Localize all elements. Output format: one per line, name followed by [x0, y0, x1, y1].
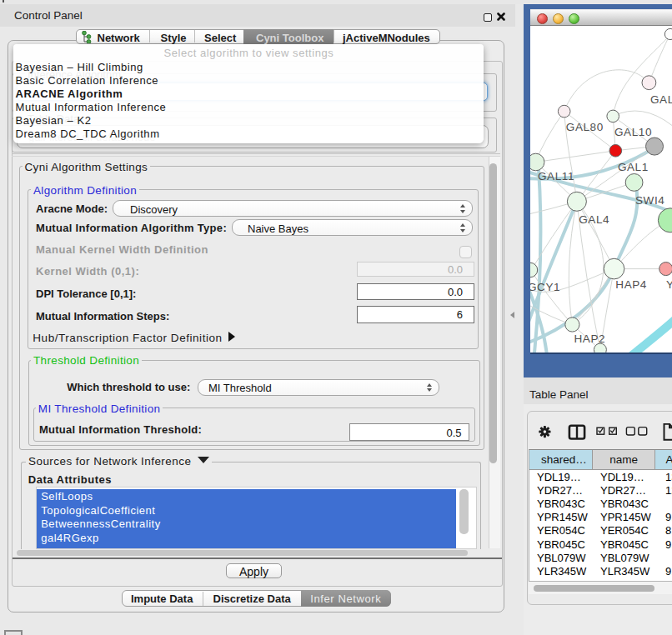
svg-text:GAL7: GAL7 — [650, 92, 672, 105]
svg-text:Y: Y — [666, 278, 672, 290]
svg-text:SWI4: SWI4 — [635, 193, 664, 206]
svg-text:GAL10: GAL10 — [614, 125, 652, 138]
svg-text:GAL80: GAL80 — [566, 121, 604, 133]
svg-text:GAL11: GAL11 — [538, 170, 574, 182]
svg-text:GAL1: GAL1 — [618, 160, 649, 172]
svg-text:HAP4: HAP4 — [615, 278, 647, 291]
svg-text:GAL4: GAL4 — [579, 212, 609, 225]
svg-text:GCY1: GCY1 — [530, 280, 560, 292]
svg-text:HAP2: HAP2 — [574, 332, 606, 345]
